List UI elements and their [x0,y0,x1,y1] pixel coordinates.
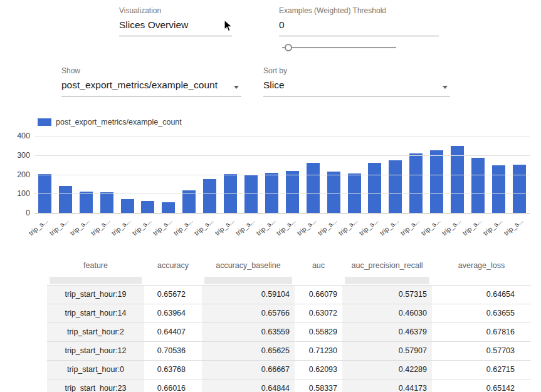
metric-cell: 0.65766 [202,304,295,322]
bar-19[interactable] [430,150,443,214]
column-header-accuracy_baseline[interactable]: accuracy_baseline [202,261,295,270]
metric-cell: 0.66079 [295,286,342,304]
gridline [34,136,530,137]
table-row[interactable]: trip_start_hour:230.660160.648440.583370… [47,379,531,392]
table-row[interactable]: trip_start_hour:00.637680.666670.620930.… [47,360,531,379]
metric-cell: 0.44173 [342,379,432,392]
column-header-average_loss[interactable]: average_loss [432,261,531,270]
metric-cell: 0.62093 [295,361,342,379]
filter-input-accuracy[interactable] [147,277,199,284]
metric-cell: 0.70536 [144,342,202,360]
metric-cell: 0.63072 [295,304,342,322]
bar-2[interactable] [80,192,93,214]
bar-20[interactable] [451,146,464,214]
y-axis: 0100200300400 [0,137,30,214]
table-body: trip_start_hour:190.656720.591040.660790… [47,285,531,392]
metric-cell: 0.65625 [202,342,295,360]
bar-21[interactable] [471,158,485,214]
bars-area [34,137,530,214]
bar-1[interactable] [59,186,72,214]
filter-input-auc[interactable] [297,277,340,284]
column-header-auc[interactable]: auc [295,261,342,270]
slicing-metrics-browser: Visualization Slices Overview Examples (… [0,0,541,392]
bar-6[interactable] [162,202,175,214]
x-axis: trip_s...trip_s...trip_s...trip_s...trip… [34,217,530,247]
gridline [34,175,530,175]
bar-18[interactable] [409,153,423,214]
visualization-value: Slices Overview [119,19,188,30]
metric-cell: 0.71230 [295,342,342,360]
bar-23[interactable] [513,165,526,214]
filter-input-average_loss[interactable] [434,277,528,284]
visualization-dropdown[interactable]: Slices Overview [119,15,232,36]
metric-cell: 0.67816 [432,323,531,341]
show-dropdown[interactable]: post_export_metrics/example_count [61,75,241,96]
metric-cell: 0.64407 [144,323,202,341]
table-header-row: featureaccuracyaccuracy_baselineaucauc_p… [47,255,531,276]
bar-chart [34,137,530,214]
legend-swatch [38,118,51,126]
metrics-table: featureaccuracyaccuracy_baselineaucauc_p… [47,255,531,392]
table-row[interactable]: trip_start_hour:140.639640.657660.630720… [47,304,531,322]
threshold-slider[interactable] [282,43,396,52]
legend-label: post_export_metrics/example_count [56,118,182,126]
bar-3[interactable] [100,192,113,214]
visualization-control: Visualization Slices Overview [119,6,232,36]
y-axis-tick: 200 [0,170,30,179]
threshold-control: Examples (Weighted) Threshold 0 [279,6,439,36]
feature-cell: trip_start_hour:23 [47,379,144,392]
metric-cell: 0.57907 [342,342,432,360]
feature-cell: trip_start_hour:12 [47,342,144,360]
gridline [34,193,530,194]
metric-cell: 0.63768 [144,361,202,379]
metric-cell: 0.64844 [202,379,295,392]
column-header-accuracy[interactable]: accuracy [144,261,202,270]
table-row[interactable]: trip_start_hour:20.644070.635590.558290.… [47,322,531,341]
sortby-label: Sort by [263,66,450,75]
metric-cell: 0.58337 [295,379,342,392]
slider-thumb[interactable] [285,44,292,51]
bar-17[interactable] [389,160,402,214]
metric-cell: 0.66667 [202,361,295,379]
metric-cell: 0.46379 [342,323,432,341]
filter-input-accuracy_baseline[interactable] [204,277,292,284]
column-header-auc_precision_recall[interactable]: auc_precision_recall [342,261,432,270]
bar-12[interactable] [286,171,299,214]
show-value: post_export_metrics/example_count [61,80,218,90]
sortby-dropdown[interactable]: Slice [263,75,450,96]
metric-cell: 0.66016 [144,379,202,392]
bar-13[interactable] [307,163,320,214]
metric-cell: 0.57315 [342,286,432,304]
bar-14[interactable] [327,172,340,214]
slider-track [282,47,396,48]
bar-8[interactable] [203,179,216,214]
table-filter-row [47,276,531,285]
metric-cell: 0.62715 [432,361,531,379]
chevron-down-icon [234,86,239,89]
metric-cell: 0.63559 [202,323,295,341]
y-axis-tick: 300 [0,151,30,160]
metric-cell: 0.63964 [144,304,202,322]
column-header-feature[interactable]: feature [47,261,144,270]
y-axis-tick: 0 [0,209,30,217]
table-row[interactable]: trip_start_hour:120.705360.656250.712300… [47,341,531,360]
table-row[interactable]: trip_start_hour:190.656720.591040.660790… [47,285,531,304]
bar-10[interactable] [244,175,258,214]
feature-cell: trip_start_hour:14 [47,304,144,322]
threshold-label: Examples (Weighted) Threshold [279,6,439,15]
threshold-input[interactable]: 0 [279,15,439,36]
metric-cell: 0.57703 [432,342,531,360]
visualization-label: Visualization [119,6,232,15]
bar-16[interactable] [368,163,381,214]
filter-input-feature[interactable] [50,277,142,284]
bar-5[interactable] [141,201,154,214]
metric-cell: 0.65142 [432,379,531,392]
metric-cell: 0.55829 [295,323,342,341]
filter-input-auc_precision_recall[interactable] [345,277,429,284]
chevron-down-icon [443,86,448,89]
metric-cell: 0.64654 [432,286,531,304]
bar-22[interactable] [492,165,505,214]
gridline [34,213,530,214]
bar-4[interactable] [121,199,134,214]
gridline [34,155,530,156]
